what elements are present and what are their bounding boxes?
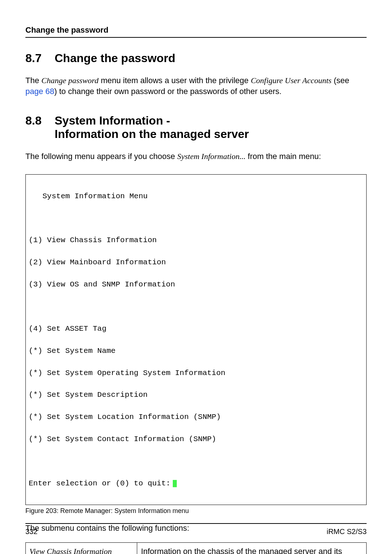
menu-blank [29, 213, 363, 224]
page-link[interactable]: page 68 [25, 87, 54, 96]
privilege-italic: Configure User Accounts [251, 76, 331, 85]
section-8-7-paragraph: The Change password menu item allows a u… [25, 75, 367, 97]
header-rule [25, 37, 367, 38]
page-footer: 332 iRMC S2/S3 [25, 523, 367, 536]
section-title: Change the password [54, 52, 367, 65]
menu-item: (1) View Chassis Information [29, 235, 363, 246]
menu-item: (*) Set System Operating System Informat… [29, 368, 363, 379]
menu-name-italic: Change password [41, 76, 98, 85]
text: The [25, 76, 41, 85]
menu-item: (*) Set System Description [29, 390, 363, 400]
text: (see [331, 76, 349, 85]
section-number: 8.7 [25, 52, 41, 65]
section-title: System Information - Information on the … [54, 114, 367, 141]
section-8-8-paragraph: The following menu appears if you choose… [25, 151, 367, 162]
running-head: Change the password [25, 25, 367, 35]
functions-table: View Chassis Information Information on … [25, 542, 367, 554]
section-8-7-heading: 8.7 Change the password [25, 52, 367, 65]
menu-prompt: Enter selection or (0) to quit: [29, 478, 171, 489]
menu-item: (*) Set System Location Information (SNM… [29, 412, 363, 423]
section-8-8-heading: 8.8 System Information - Information on … [25, 114, 367, 141]
text: from the main menu: [245, 152, 321, 161]
page-number: 332 [25, 527, 37, 536]
doc-id: iRMC S2/S3 [327, 527, 367, 536]
section-number: 8.8 [25, 114, 41, 141]
menu-item: (2) View Mainboard Information [29, 257, 363, 268]
menu-header: System Information Menu [42, 191, 363, 202]
system-information-menu-screenshot: System Information Menu (1) View Chassis… [25, 174, 367, 505]
menu-item: (4) Set ASSET Tag [29, 323, 363, 334]
menu-item: (*) Set System Contact Information (SNMP… [29, 434, 363, 445]
text: The following menu appears if you choose [25, 152, 177, 161]
text: menu item allows a user with the privile… [99, 76, 251, 85]
text: ) to change their own password or the pa… [54, 87, 282, 96]
menu-item: (*) Set System Name [29, 346, 363, 357]
menu-name-italic: System Information... [177, 152, 245, 161]
table-row: View Chassis Information Information on … [26, 542, 367, 554]
menu-blank [29, 456, 363, 467]
cursor-icon [173, 480, 177, 487]
menu-blank [29, 301, 363, 312]
function-name: View Chassis Information [26, 542, 137, 554]
function-desc: Information on the chassis of the manage… [137, 542, 367, 554]
menu-item: (3) View OS and SNMP Information [29, 279, 363, 290]
footer-rule [25, 523, 367, 524]
figure-caption: Figure 203: Remote Manager: System Infor… [25, 507, 367, 515]
